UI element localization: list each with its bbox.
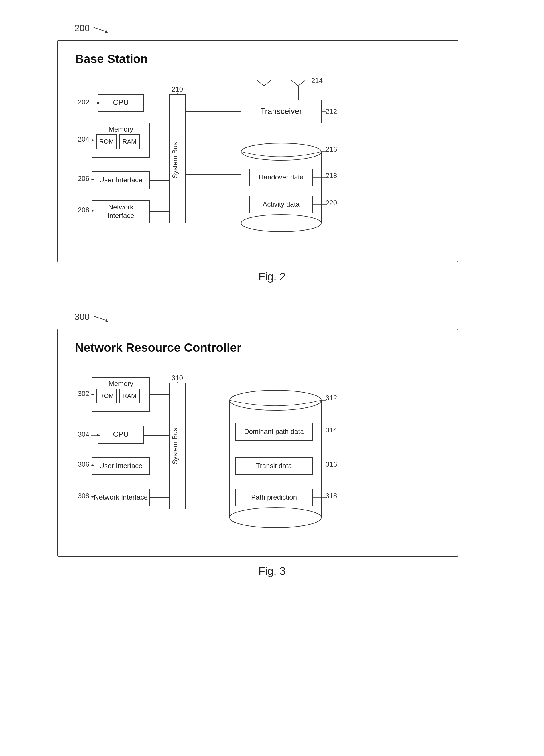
svg-text:212: 212 <box>326 108 337 115</box>
svg-text:206: 206 <box>78 175 89 182</box>
fig3-caption: Fig. 3 <box>57 565 487 577</box>
svg-text:208: 208 <box>78 206 89 214</box>
svg-text:304: 304 <box>78 430 89 438</box>
svg-text:System Bus: System Bus <box>171 142 179 179</box>
svg-text:Handover data: Handover data <box>258 173 304 181</box>
fig2-ref-label: 200 <box>74 23 109 33</box>
svg-text:ROM: ROM <box>99 392 114 399</box>
svg-text:312: 312 <box>326 394 337 402</box>
svg-text:306: 306 <box>78 460 89 468</box>
svg-line-43 <box>264 80 271 86</box>
svg-text:Activity data: Activity data <box>262 200 300 208</box>
svg-text:CPU: CPU <box>113 430 129 438</box>
fig2-ref-number: 200 <box>74 23 90 33</box>
svg-marker-1 <box>105 30 108 33</box>
fig2-ref-arrow <box>92 25 109 33</box>
fig2-title: Base Station <box>75 52 440 66</box>
fig3-diagram: Memory ROM RAM 302 CPU 304 <box>75 366 436 538</box>
svg-text:220: 220 <box>326 199 337 207</box>
fig3-ref-arrow <box>92 313 109 322</box>
svg-point-98 <box>229 390 321 410</box>
svg-marker-64 <box>105 319 108 322</box>
svg-text:User Interface: User Interface <box>99 462 142 470</box>
svg-line-45 <box>291 80 298 86</box>
svg-text:Memory: Memory <box>108 380 133 387</box>
svg-text:216: 216 <box>326 145 337 153</box>
svg-text:Transceiver: Transceiver <box>260 107 302 116</box>
svg-line-46 <box>298 80 306 86</box>
svg-text:318: 318 <box>326 492 337 500</box>
svg-line-0 <box>94 27 106 32</box>
svg-text:302: 302 <box>78 390 89 397</box>
svg-text:Network: Network <box>108 203 134 211</box>
fig3-diagram-box: Network Resource Controller Memory ROM R… <box>57 329 458 557</box>
svg-text:308: 308 <box>78 492 89 500</box>
svg-point-49 <box>241 143 321 160</box>
svg-text:314: 314 <box>326 426 337 434</box>
fig2-caption: Fig. 2 <box>57 271 487 283</box>
svg-line-42 <box>257 80 264 86</box>
fig3-ref-label: 300 <box>74 312 109 322</box>
svg-point-101 <box>229 508 321 528</box>
fig3-title: Network Resource Controller <box>75 341 440 355</box>
svg-text:204: 204 <box>78 135 89 143</box>
svg-text:Interface: Interface <box>107 212 134 219</box>
fig2-diagram-box: Base Station CPU Memory ROM RAM <box>57 40 458 262</box>
svg-text:RAM: RAM <box>122 138 136 145</box>
svg-text:System Bus: System Bus <box>171 428 179 464</box>
svg-text:Network Interface: Network Interface <box>94 493 148 501</box>
svg-text:User Interface: User Interface <box>99 176 142 184</box>
svg-text:214: 214 <box>311 77 323 84</box>
svg-text:RAM: RAM <box>122 392 136 399</box>
svg-text:ROM: ROM <box>99 138 114 145</box>
svg-text:CPU: CPU <box>113 98 129 107</box>
svg-text:316: 316 <box>326 460 337 468</box>
svg-point-52 <box>241 215 321 232</box>
svg-text:218: 218 <box>326 172 337 179</box>
svg-text:Memory: Memory <box>108 125 133 133</box>
svg-line-63 <box>94 316 106 320</box>
svg-text:310: 310 <box>171 374 183 382</box>
fig2-diagram: CPU Memory ROM RAM User Interface Net <box>75 77 436 243</box>
svg-text:Dominant path data: Dominant path data <box>244 428 304 435</box>
svg-text:Transit data: Transit data <box>256 462 292 470</box>
svg-text:202: 202 <box>78 98 89 106</box>
fig3-ref-number: 300 <box>74 312 90 322</box>
svg-text:Path prediction: Path prediction <box>251 493 297 501</box>
svg-text:210: 210 <box>171 85 183 93</box>
